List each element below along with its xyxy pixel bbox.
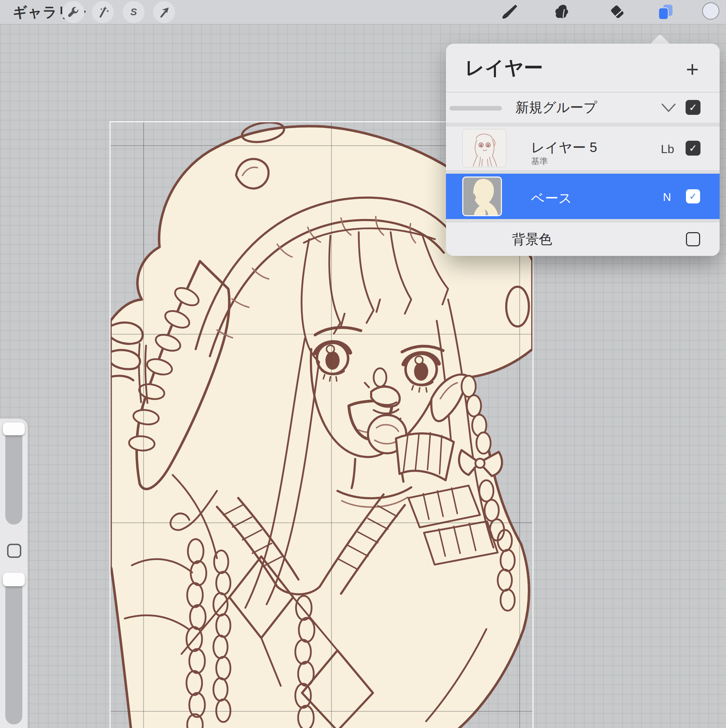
layer-sublabel: 基準 bbox=[531, 156, 548, 167]
layers-panel-title: レイヤー bbox=[465, 44, 543, 92]
drawing-guide-line bbox=[110, 334, 533, 335]
group-thumbnail-line bbox=[449, 106, 502, 110]
visibility-checkbox[interactable]: ✓ bbox=[686, 141, 700, 156]
blend-mode-badge[interactable]: Lb bbox=[661, 142, 674, 156]
visibility-checkbox[interactable] bbox=[686, 232, 700, 246]
eraser-icon bbox=[610, 4, 626, 20]
layer-row-base-selected[interactable]: ベース N ✓ bbox=[446, 174, 720, 219]
divider bbox=[446, 219, 720, 223]
drawing-guide-line bbox=[143, 122, 144, 728]
eraser-tool[interactable] bbox=[608, 3, 627, 21]
layer-row-background[interactable]: 背景色 bbox=[446, 223, 720, 256]
layers-panel: レイヤー + 新規グループ ✓ bbox=[446, 44, 720, 256]
selection-s-icon: S bbox=[127, 6, 140, 18]
drawing-guide-line bbox=[110, 522, 533, 523]
layer-name: レイヤー 5 bbox=[531, 139, 597, 157]
procreate-app: ギャラリー S bbox=[0, 0, 726, 728]
drawing-guide-line bbox=[110, 711, 533, 712]
layer-thumbnail[interactable] bbox=[462, 176, 502, 216]
chevron-down-icon[interactable] bbox=[661, 103, 676, 113]
selection-button[interactable]: S bbox=[123, 1, 145, 23]
brush-icon bbox=[501, 4, 518, 20]
opacity-slider-handle[interactable] bbox=[3, 573, 25, 586]
modify-button[interactable] bbox=[7, 544, 21, 558]
wrench-icon bbox=[67, 6, 80, 18]
layers-icon bbox=[656, 3, 674, 21]
opacity-slider-track[interactable] bbox=[5, 577, 22, 725]
layer-thumbnail[interactable] bbox=[462, 129, 506, 167]
layer-name: ベース bbox=[531, 189, 572, 207]
sidebar bbox=[0, 419, 28, 728]
layer-row-layer5[interactable]: レイヤー 5 基準 Lb ✓ bbox=[446, 127, 720, 170]
top-toolbar: ギャラリー S bbox=[0, 0, 726, 24]
visibility-checkbox[interactable]: ✓ bbox=[686, 100, 700, 115]
svg-text:S: S bbox=[130, 6, 137, 17]
brush-size-slider-handle[interactable] bbox=[3, 422, 25, 435]
transform-arrow-icon bbox=[158, 6, 170, 18]
transform-button[interactable] bbox=[153, 1, 175, 23]
brush-size-slider-track[interactable] bbox=[5, 427, 22, 525]
blend-mode-badge[interactable]: N bbox=[663, 191, 671, 204]
visibility-checkbox[interactable]: ✓ bbox=[686, 189, 700, 203]
magic-wand-icon bbox=[96, 6, 109, 18]
brush-tool[interactable] bbox=[500, 3, 519, 21]
color-tool[interactable] bbox=[701, 2, 720, 20]
drawing-guide-line bbox=[331, 122, 332, 728]
layer-row-group[interactable]: 新規グループ ✓ bbox=[446, 92, 720, 122]
smudge-icon bbox=[554, 4, 570, 20]
actions-button[interactable] bbox=[63, 1, 84, 23]
background-label: 背景色 bbox=[512, 223, 552, 256]
divider bbox=[446, 170, 720, 174]
color-swatch-icon bbox=[701, 1, 720, 21]
divider bbox=[446, 122, 720, 127]
smudge-tool[interactable] bbox=[553, 3, 571, 21]
add-layer-button[interactable]: + bbox=[682, 58, 703, 80]
group-label: 新規グループ bbox=[515, 92, 597, 122]
adjustments-button[interactable] bbox=[92, 1, 114, 23]
layers-tool[interactable] bbox=[656, 3, 674, 21]
